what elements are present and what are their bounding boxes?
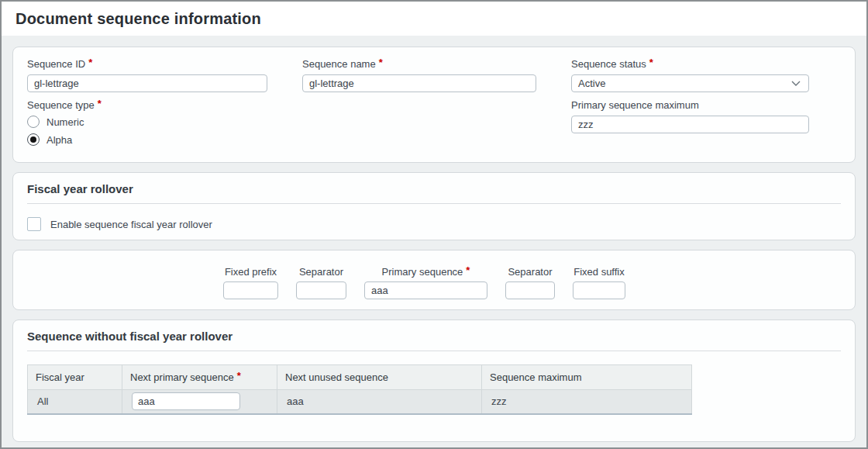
required-asterisk: * — [466, 264, 470, 276]
sequence-type-radio-group: Numeric Alpha — [27, 116, 267, 146]
separator-1-field: Separator — [296, 266, 346, 299]
col-header-sequence-maximum: Sequence maximum — [482, 365, 692, 390]
primary-sequence-field: Primary sequence* — [364, 266, 487, 299]
fixed-suffix-input[interactable] — [573, 281, 625, 299]
fixed-prefix-input[interactable] — [223, 281, 278, 299]
separator-1-label: Separator — [299, 266, 343, 278]
radio-numeric-icon[interactable] — [27, 116, 40, 128]
fixed-suffix-field: Fixed suffix — [573, 266, 625, 299]
sequence-pattern-row: Fixed prefix Separator Primary sequence*… — [223, 266, 841, 299]
primary-sequence-maximum-input[interactable] — [571, 116, 809, 133]
enable-rollover-label: Enable sequence fiscal year rollover — [50, 219, 212, 230]
fixed-suffix-label: Fixed suffix — [574, 266, 625, 278]
sequence-status-field: Sequence status* Active — [571, 58, 809, 92]
col-header-fiscal-year: Fiscal year — [28, 365, 122, 390]
primary-sequence-label-text: Primary sequence — [382, 266, 463, 278]
sequence-name-label: Sequence name* — [302, 58, 536, 70]
title-bar: Document sequence information — [2, 2, 866, 36]
fixed-prefix-field: Fixed prefix — [223, 266, 278, 299]
primary-sequence-label: Primary sequence* — [382, 266, 470, 278]
sequence-status-label: Sequence status* — [571, 58, 809, 70]
required-asterisk: * — [237, 370, 241, 382]
sequence-table: Fiscal year Next primary sequence* Next … — [27, 364, 692, 415]
sequence-id-label-text: Sequence ID — [27, 58, 85, 70]
required-asterisk: * — [379, 57, 383, 68]
cell-next-primary-sequence — [122, 390, 277, 414]
enable-rollover-checkbox[interactable] — [27, 217, 41, 231]
section-divider — [27, 351, 841, 351]
sequence-id-label: Sequence ID* — [27, 58, 267, 70]
cell-sequence-maximum: zzz — [482, 390, 692, 414]
separator-1-input[interactable] — [296, 281, 346, 299]
fixed-prefix-label: Fixed prefix — [225, 266, 277, 278]
primary-sequence-maximum-label: Primary sequence maximum — [571, 99, 809, 111]
radio-numeric-label: Numeric — [46, 116, 84, 128]
separator-2-label: Separator — [508, 266, 552, 278]
fiscal-year-rollover-card: Fiscal year rollover Enable sequence fis… — [12, 172, 856, 240]
document-sequence-window: Document sequence information Sequence I… — [0, 0, 868, 449]
col-header-next-primary-sequence-text: Next primary sequence — [130, 371, 234, 383]
spacer-cell — [302, 99, 536, 151]
sequence-status-value: Active — [578, 78, 605, 89]
sequence-name-field: Sequence name* — [302, 58, 536, 92]
sequence-name-input[interactable] — [302, 74, 536, 92]
page-content: Sequence ID* Sequence name* Sequence sta… — [2, 36, 866, 447]
radio-alpha-icon[interactable] — [27, 133, 40, 146]
radio-alpha-label: Alpha — [46, 134, 72, 146]
sequence-status-label-text: Sequence status — [571, 58, 646, 70]
sequence-id-input[interactable] — [27, 74, 267, 92]
sequence-type-option-alpha[interactable]: Alpha — [27, 133, 267, 146]
sequence-type-label: Sequence type* — [27, 99, 267, 111]
page-title: Document sequence information — [16, 10, 261, 28]
sequence-status-select[interactable]: Active — [571, 74, 809, 92]
sequence-id-field: Sequence ID* — [27, 58, 267, 92]
sequence-type-field: Sequence type* Numeric Alpha — [27, 99, 267, 151]
chevron-down-icon — [791, 81, 801, 86]
main-fields-row-2: Sequence type* Numeric Alpha Pr — [27, 99, 841, 151]
col-header-next-primary-sequence: Next primary sequence* — [122, 365, 277, 390]
sequence-without-rollover-card: Sequence without fiscal year rollover Fi… — [12, 319, 856, 442]
cell-fiscal-year: All — [28, 390, 122, 414]
main-fields-row-1: Sequence ID* Sequence name* Sequence sta… — [27, 58, 841, 92]
separator-2-field: Separator — [505, 266, 555, 299]
table-row: All aaa zzz — [28, 390, 692, 414]
primary-sequence-input[interactable] — [364, 281, 487, 299]
sequence-type-option-numeric[interactable]: Numeric — [27, 116, 267, 128]
col-header-next-unused-sequence: Next unused sequence — [277, 365, 482, 390]
required-asterisk: * — [649, 57, 653, 68]
sequence-type-label-text: Sequence type — [27, 99, 95, 111]
sequence-pattern-card: Fixed prefix Separator Primary sequence*… — [12, 250, 856, 310]
main-info-card: Sequence ID* Sequence name* Sequence sta… — [12, 47, 856, 163]
required-asterisk: * — [88, 57, 92, 68]
section-divider — [27, 203, 841, 204]
sequence-name-label-text: Sequence name — [302, 58, 376, 70]
next-primary-sequence-input[interactable] — [132, 392, 240, 410]
separator-2-input[interactable] — [505, 281, 555, 299]
enable-rollover-row[interactable]: Enable sequence fiscal year rollover — [27, 217, 841, 231]
table-header-row: Fiscal year Next primary sequence* Next … — [28, 365, 692, 390]
required-asterisk: * — [98, 98, 102, 109]
cell-next-unused-sequence: aaa — [277, 390, 482, 414]
without-rollover-section-title: Sequence without fiscal year rollover — [27, 330, 841, 343]
primary-sequence-maximum-field: Primary sequence maximum — [571, 99, 809, 151]
fiscal-rollover-section-title: Fiscal year rollover — [27, 182, 841, 195]
